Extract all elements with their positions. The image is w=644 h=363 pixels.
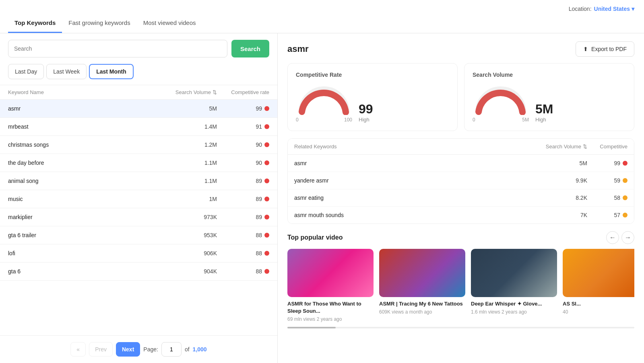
table-row[interactable]: music 1M 89 — [0, 190, 277, 208]
competitive-gauge: 0 100 — [296, 83, 352, 123]
competitive-dot — [264, 269, 269, 274]
next-page-button[interactable]: Next — [116, 342, 140, 357]
video-card[interactable]: AS Sl... 40 — [563, 249, 634, 322]
row-competitive: 88 — [217, 250, 269, 256]
rel-competitive-dot — [623, 213, 627, 217]
related-keywords-section: Related Keywords Search Volume ⇅ Competi… — [287, 138, 634, 224]
video-meta: 69 mln views 2 years ago — [287, 316, 374, 322]
video-thumb — [287, 249, 374, 297]
row-keyword: music — [8, 196, 161, 202]
volume-value: 5M — [535, 102, 553, 117]
table-row[interactable]: asmr 5M 99 — [0, 100, 277, 118]
rel-competitive: 99 — [587, 160, 627, 166]
volume-gauge-svg — [473, 83, 529, 115]
tab-most-viewed[interactable]: Most viewed videos — [137, 12, 202, 33]
vol-gauge-max: 5M — [522, 117, 529, 123]
filter-last-day[interactable]: Last Day — [8, 64, 44, 79]
competitive-dot — [264, 215, 269, 219]
right-panel: asmr ⬆ Export to PDF Competitive Rate — [278, 33, 644, 363]
tab-top-keywords[interactable]: Top Keywords — [8, 12, 62, 33]
video-meta: 609K views a month ago — [379, 309, 465, 315]
search-input[interactable] — [8, 40, 227, 57]
competitive-value-block: 99 High — [359, 102, 373, 123]
related-col-keyword: Related Keywords — [294, 144, 539, 150]
rel-volume: 5M — [539, 160, 587, 166]
row-volume: 1.2M — [161, 142, 217, 148]
competitive-dot — [264, 160, 269, 165]
tab-fast-growing[interactable]: Fast growing keywords — [62, 12, 136, 33]
row-keyword: the day before — [8, 160, 161, 166]
table-header: Keyword Name Search Volume ⇅ Competitive… — [0, 85, 277, 100]
video-thumb — [379, 249, 465, 297]
rel-volume: 7K — [539, 212, 587, 218]
video-card[interactable]: Deep Ear Whisper ✦ Glove... 1.6 mln view… — [471, 249, 557, 322]
competitive-level: High — [359, 117, 373, 123]
video-title: ASMR for Those Who Want to Sleep Soun... — [287, 300, 374, 315]
related-sort-icon: ⇅ — [583, 144, 587, 150]
video-title: ASMR | Tracing My 6 New Tattoos — [379, 300, 465, 308]
competitive-dot — [264, 178, 269, 183]
video-card[interactable]: ASMR for Those Who Want to Sleep Soun...… — [287, 249, 374, 322]
filter-last-month[interactable]: Last Month — [89, 64, 134, 79]
competitive-dot — [264, 142, 269, 147]
row-keyword: mrbeast — [8, 123, 161, 130]
row-keyword: markiplier — [8, 214, 161, 220]
right-header: asmr ⬆ Export to PDF — [287, 41, 634, 57]
competitive-dot — [264, 233, 269, 238]
first-page-button[interactable]: « — [70, 342, 86, 357]
video-card[interactable]: ASMR | Tracing My 6 New Tattoos 609K vie… — [379, 249, 465, 322]
row-volume: 953K — [161, 232, 217, 238]
export-button[interactable]: ⬆ Export to PDF — [576, 41, 634, 57]
row-volume: 1.4M — [161, 123, 217, 130]
table-row[interactable]: markiplier 973K 89 — [0, 208, 277, 226]
table-row[interactable]: gta 6 904K 88 — [0, 263, 277, 281]
competitive-rate-card: Competitive Rate 0 — [287, 63, 458, 131]
sort-icon-volume: ⇅ — [213, 89, 217, 95]
related-row[interactable]: asmr eating 8.2K 58 — [288, 189, 634, 207]
competitive-value: 99 — [359, 102, 373, 117]
export-icon: ⬆ — [583, 46, 588, 52]
prev-page-button[interactable]: Prev — [89, 342, 113, 357]
videos-title: Top popular video — [287, 234, 343, 241]
detail-keyword-title: asmr — [287, 44, 309, 54]
related-keywords-header: Related Keywords Search Volume ⇅ Competi… — [288, 139, 634, 155]
location-link[interactable]: United States ▾ — [594, 6, 634, 12]
row-volume: 5M — [161, 105, 217, 112]
table-row[interactable]: lofi 906K 88 — [0, 244, 277, 263]
related-row[interactable]: yandere asmr 9.9K 59 — [288, 172, 634, 189]
row-competitive: 88 — [217, 268, 269, 275]
rel-competitive-dot — [623, 195, 627, 200]
col-competitive-rate: Competitive rate — [217, 89, 269, 95]
videos-header: Top popular video ← → — [287, 231, 634, 244]
col-search-volume: Search Volume ⇅ — [161, 89, 217, 95]
app-container: Location: United States ▾ Top Keywords F… — [0, 0, 644, 363]
video-meta: 1.6 mln views 2 years ago — [471, 309, 557, 315]
table-row[interactable]: the day before 1.1M 90 — [0, 154, 277, 172]
table-row[interactable]: mrbeast 1.4M 91 — [0, 118, 277, 136]
video-next-button[interactable]: → — [621, 231, 634, 244]
video-thumb — [471, 249, 557, 297]
competitive-dot — [264, 197, 269, 201]
row-competitive: 89 — [217, 178, 269, 184]
page-input[interactable] — [161, 342, 182, 357]
rel-keyword: asmr mouth sounds — [294, 212, 539, 218]
table-row[interactable]: christmas songs 1.2M 90 — [0, 136, 277, 154]
search-button[interactable]: Search — [231, 40, 269, 57]
rel-volume: 9.9K — [539, 177, 587, 184]
related-row[interactable]: asmr mouth sounds 7K 57 — [288, 207, 634, 224]
filter-last-week[interactable]: Last Week — [46, 64, 87, 79]
table-row[interactable]: gta 6 trailer 953K 88 — [0, 226, 277, 244]
rel-competitive-dot — [623, 161, 627, 166]
related-col-competitive: Competitive — [587, 144, 627, 150]
row-volume: 1.1M — [161, 160, 217, 166]
competitive-dot — [264, 124, 269, 129]
video-prev-button[interactable]: ← — [606, 231, 619, 244]
rel-competitive: 59 — [587, 177, 627, 184]
volume-level: High — [535, 117, 553, 123]
rel-volume: 8.2K — [539, 195, 587, 201]
competitive-rate-title: Competitive Rate — [296, 72, 449, 78]
table-row[interactable]: animal song 1.1M 89 — [0, 172, 277, 190]
volume-gauge: 0 5M — [473, 83, 529, 123]
location-bar: Location: United States ▾ — [0, 0, 644, 12]
related-row[interactable]: asmr 5M 99 — [288, 155, 634, 172]
